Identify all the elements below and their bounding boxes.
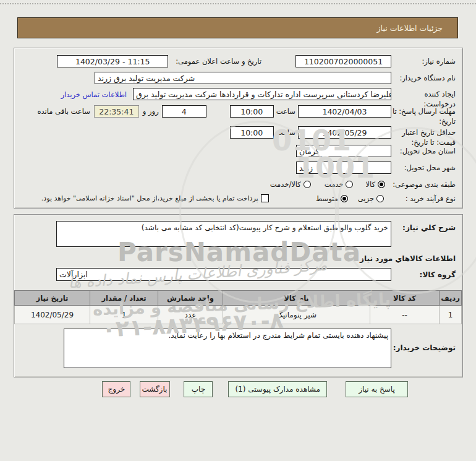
- cell-goods-code: --: [370, 306, 440, 324]
- goods-info-panel: شرح كلي نياز: خرید گلوب والو طبق استعلام…: [14, 214, 463, 377]
- subject-classification-row: طبقه بندی موضوعی: کالا خدمت کالا/خدمت: [19, 178, 456, 190]
- delivery-province-row: استان محل تحویل: کرمان: [19, 145, 456, 157]
- treasury-checkbox[interactable]: [261, 194, 269, 202]
- request-creator-field[interactable]: علیرضا کردستانی سرپرست اداره تدارکات و ق…: [133, 88, 391, 100]
- deadline-hour-label: ساعت: [276, 105, 295, 117]
- buyer-notes-field[interactable]: پیشنهاد دهنده بایستی تمام شرایط مندرج در…: [64, 329, 391, 368]
- buyer-org-label: نام دستگاه خریدار:: [391, 72, 456, 84]
- page-title: جزئیات اطلاعات نیاز: [377, 24, 457, 33]
- page-title-bar: جزئیات اطلاعات نیاز: [17, 17, 458, 38]
- goods-group-label: گروه كالا:: [391, 268, 456, 279]
- goods-info-header-row: اطلاعات كالاهاي مورد نياز: [19, 252, 456, 263]
- treasury-note-label: پرداخت تمام یا بخشی از مبلغ خرید،از محل …: [41, 192, 258, 202]
- goods-table-row: 1 -- شیر پنوماتیک عدد 1 1402/05/29: [15, 306, 462, 324]
- top-separator: [0, 3, 476, 4]
- classification-radio-goods-service[interactable]: [304, 181, 311, 188]
- goods-group-field[interactable]: ابزارآلات: [56, 268, 391, 281]
- purchase-process-row: نوع فرآیند خرید : جزیی متوسط پرداخت تمام…: [19, 192, 456, 204]
- validity-date-field[interactable]: 1402/05/29: [298, 126, 391, 139]
- remaining-days-field[interactable]: 4: [162, 105, 206, 118]
- cell-goods-name: شیر پنوماتیک: [223, 306, 370, 324]
- col-count-unit: واحد شمارش: [158, 291, 223, 306]
- need-description-field[interactable]: خرید گلوب والو طبق استعلام و شرح کار پیو…: [56, 221, 391, 247]
- delivery-city-field[interactable]: زرند: [296, 162, 391, 174]
- buyer-notes-label: توضيحات خريدار:: [391, 329, 456, 352]
- deadline-time-field[interactable]: 10:00: [230, 105, 274, 118]
- need-details-page: جزئیات اطلاعات نیاز شماره نیاز: 11020070…: [0, 0, 476, 461]
- classification-radio-goods[interactable]: [378, 181, 385, 188]
- need-info-panel: شماره نیاز: 1102007020000051 تاریخ و ساع…: [14, 48, 463, 209]
- process-option-minor: جزیی: [358, 192, 374, 203]
- countdown-timer: 22:35:41: [94, 105, 139, 118]
- delivery-province-field[interactable]: کرمان: [296, 145, 391, 157]
- col-quantity: تعداد / مقدار: [90, 291, 158, 306]
- subject-classification-label: طبقه بندی موضوعی:: [391, 178, 456, 190]
- cell-quantity: 1: [90, 306, 158, 324]
- respond-to-need-button[interactable]: پاسخ به نیاز: [346, 381, 408, 397]
- col-row-number: ردیف: [440, 291, 462, 306]
- classification-option-goods-service: کالا/خدمت: [270, 178, 301, 189]
- classification-radio-service[interactable]: [346, 181, 353, 188]
- back-button[interactable]: بازگشت: [140, 381, 170, 397]
- exit-button[interactable]: خروج: [102, 381, 130, 397]
- cell-count-unit: عدد: [158, 306, 223, 324]
- delivery-province-label: استان محل تحویل:: [391, 145, 456, 157]
- classification-option-goods: کالا: [365, 178, 375, 189]
- hours-remaining-label: ساعت باقی مانده: [38, 105, 90, 117]
- need-number-label: شماره نیاز:: [391, 55, 456, 67]
- price-validity-row: حداقل تاریخ اعتبار قیمت: تا تاریخ: 1402/…: [19, 126, 456, 147]
- response-deadline-label: مهلت ارسال پاسخ: تا تاریخ:: [391, 105, 456, 126]
- col-goods-code: کد کالا: [370, 291, 440, 306]
- col-goods-name: نام کالا: [223, 291, 370, 306]
- buyer-org-row: نام دستگاه خریدار: شرکت مدیریت تولید برق…: [19, 72, 456, 84]
- goods-table-header-row: ردیف کد کالا نام کالا واحد شمارش تعداد /…: [15, 291, 462, 306]
- process-radio-medium[interactable]: [341, 195, 348, 202]
- response-deadline-row: مهلت ارسال پاسخ: تا تاریخ: 1402/04/03 سا…: [19, 105, 456, 126]
- announce-datetime-label: تاریخ و ساعت اعلان عمومی:: [176, 55, 261, 67]
- delivery-city-label: شهر محل تحویل:: [391, 162, 456, 173]
- cell-need-date: 1402/05/29: [15, 306, 90, 324]
- need-number-row: شماره نیاز: 1102007020000051 تاریخ و ساع…: [19, 55, 456, 67]
- process-option-medium: متوسط: [316, 192, 338, 203]
- buyer-org-field[interactable]: شرکت مدیریت تولید برق زرند: [95, 72, 391, 84]
- delivery-city-row: شهر محل تحویل: زرند: [19, 162, 456, 174]
- view-attached-docs-button[interactable]: مشاهده مدارک پیوستی (1): [228, 381, 327, 397]
- goods-group-row: گروه كالا: ابزارآلات: [19, 268, 456, 281]
- need-description-row: شرح كلي نياز: خرید گلوب والو طبق استعلام…: [19, 221, 456, 247]
- buyer-notes-row: توضيحات خريدار: پیشنهاد دهنده بایستی تما…: [19, 329, 456, 368]
- col-need-date: تاریخ نیاز: [15, 291, 90, 306]
- purchase-process-label: نوع فرآیند خرید :: [388, 192, 456, 204]
- action-buttons-row: پاسخ به نیاز مشاهده مدارک پیوستی (1) چاپ…: [0, 381, 408, 397]
- days-and-label: روز و: [143, 105, 159, 117]
- cell-row-number: 1: [440, 306, 462, 324]
- validity-time-field[interactable]: 10:00: [230, 126, 274, 139]
- need-description-label: شرح كلي نياز:: [391, 221, 456, 232]
- price-validity-label: حداقل تاریخ اعتبار قیمت: تا تاریخ:: [391, 126, 456, 147]
- deadline-date-field[interactable]: 1402/04/03: [298, 105, 391, 118]
- goods-table: ردیف کد کالا نام کالا واحد شمارش تعداد /…: [14, 290, 462, 324]
- print-button[interactable]: چاپ: [184, 381, 213, 397]
- announce-datetime-field[interactable]: 1402/03/29 - 11:15: [57, 55, 168, 67]
- validity-hour-label: ساعت: [276, 126, 295, 138]
- need-number-field[interactable]: 1102007020000051: [295, 55, 391, 67]
- classification-option-service: خدمت: [325, 178, 344, 189]
- process-radio-minor[interactable]: [376, 195, 384, 202]
- goods-info-header: اطلاعات كالاهاي مورد نياز: [360, 252, 456, 263]
- buyer-contact-link[interactable]: اطلاعات تماس خریدار: [61, 88, 127, 99]
